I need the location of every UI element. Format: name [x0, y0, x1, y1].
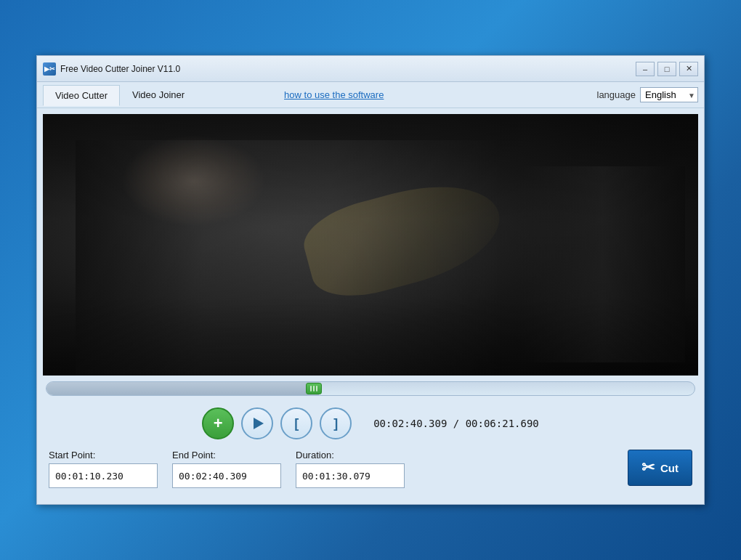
progress-area	[43, 376, 698, 402]
time-separator: /	[447, 418, 465, 429]
main-window: ▶✂ Free Video Cutter Joiner V11.0 – □ ✕ …	[36, 55, 705, 505]
handle-line-3	[316, 386, 317, 391]
bracket-close-icon	[333, 416, 338, 431]
total-time: 00:06:21.690	[466, 418, 539, 429]
window-title: Free Video Cutter Joiner V11.0	[60, 64, 636, 74]
language-select[interactable]: English Chinese French German Spanish	[640, 87, 698, 102]
menu-bar: Video Cutter Video Joiner how to use the…	[37, 82, 704, 108]
plus-icon: +	[214, 414, 223, 433]
handle-lines	[310, 386, 317, 391]
tab-video-joiner[interactable]: Video Joiner	[120, 84, 197, 105]
progress-handle[interactable]	[306, 383, 322, 394]
handle-line-1	[310, 386, 312, 391]
video-overlay	[43, 114, 698, 376]
app-icon: ▶✂	[43, 62, 56, 76]
duration-group: Duration:	[296, 450, 405, 488]
start-point-group: Start Point:	[49, 450, 158, 488]
duration-label: Duration:	[296, 450, 405, 460]
add-file-button[interactable]: +	[202, 407, 234, 439]
minimize-button[interactable]: –	[636, 62, 655, 76]
mark-in-button[interactable]	[280, 407, 312, 439]
language-label: language	[597, 89, 636, 100]
progress-fill	[46, 382, 319, 395]
end-point-label: End Point:	[172, 450, 281, 460]
video-scene	[43, 114, 698, 376]
progress-track[interactable]	[46, 381, 695, 396]
play-icon	[254, 418, 264, 429]
window-controls: – □ ✕	[636, 62, 698, 76]
play-button[interactable]	[241, 407, 273, 439]
title-bar: ▶✂ Free Video Cutter Joiner V11.0 – □ ✕	[37, 56, 704, 82]
end-point-input[interactable]	[172, 463, 281, 488]
bottom-row: Start Point: End Point: Duration: ✂ Cut	[43, 450, 698, 498]
cut-button[interactable]: ✂ Cut	[628, 450, 692, 486]
video-player[interactable]	[43, 114, 698, 376]
content-area: + 00:02:40.309 / 00:06:21.690 Start Poin…	[37, 108, 704, 504]
scissors-icon: ✂	[641, 458, 655, 477]
tab-video-cutter[interactable]: Video Cutter	[43, 85, 120, 106]
mark-out-button[interactable]	[320, 407, 352, 439]
language-area: language English Chinese French German S…	[597, 87, 699, 102]
current-time: 00:02:40.309	[373, 418, 447, 429]
time-display: 00:02:40.309 / 00:06:21.690	[373, 418, 539, 429]
close-button[interactable]: ✕	[679, 62, 698, 76]
start-point-label: Start Point:	[49, 450, 158, 460]
handle-line-2	[313, 386, 315, 391]
cut-button-label: Cut	[660, 462, 679, 474]
controls-row: + 00:02:40.309 / 00:06:21.690	[43, 402, 698, 450]
help-link[interactable]: how to use the software	[284, 89, 384, 100]
start-point-input[interactable]	[49, 463, 158, 488]
restore-button[interactable]: □	[657, 62, 676, 76]
language-selector-wrapper: English Chinese French German Spanish ▼	[640, 87, 698, 102]
bracket-open-icon	[294, 416, 299, 431]
end-point-group: End Point:	[172, 450, 281, 488]
duration-input[interactable]	[296, 463, 405, 488]
